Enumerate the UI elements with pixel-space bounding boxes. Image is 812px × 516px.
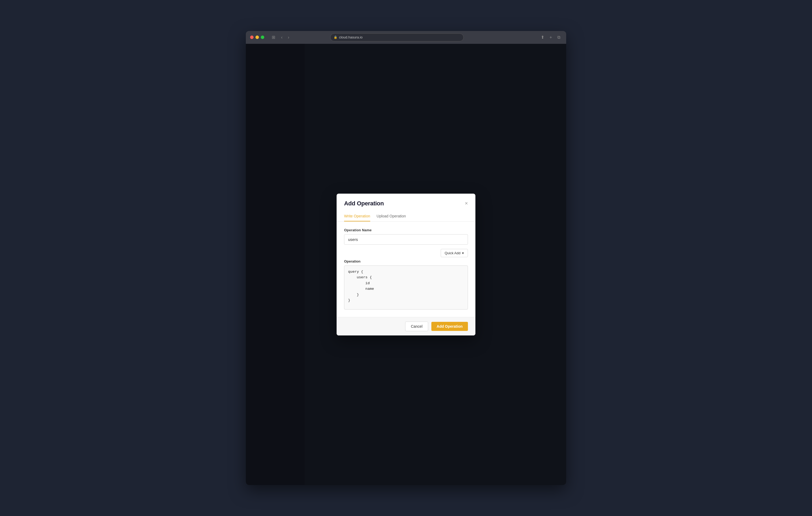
new-tab-button[interactable]: +	[548, 34, 554, 41]
add-operation-modal: Add Operation × Write Operation Upload O…	[337, 194, 475, 335]
share-button[interactable]: ⬆	[539, 34, 546, 41]
close-window-button[interactable]	[250, 35, 254, 39]
address-bar[interactable]: 🔒 cloud.hasura.io	[330, 33, 464, 42]
back-button[interactable]: ‹	[280, 34, 284, 41]
modal-footer: Cancel Add Operation	[337, 317, 475, 335]
browser-content: Add Operation × Write Operation Upload O…	[246, 44, 566, 485]
modal-header: Add Operation ×	[337, 194, 475, 207]
modal-close-button[interactable]: ×	[465, 200, 468, 206]
tab-overview-button[interactable]: ⧉	[556, 34, 562, 41]
minimize-window-button[interactable]	[256, 35, 259, 39]
quick-add-label: Quick Add	[445, 251, 460, 255]
maximize-window-button[interactable]	[261, 35, 264, 39]
operation-label: Operation	[344, 259, 468, 263]
browser-nav-controls: ⊞ ‹ ›	[270, 34, 291, 41]
lock-icon: 🔒	[334, 35, 338, 39]
sidebar-toggle-button[interactable]: ⊞	[270, 34, 277, 41]
chevron-down-icon: ▾	[462, 251, 464, 255]
quick-add-button[interactable]: Quick Add ▾	[441, 249, 468, 257]
quick-add-row: Quick Add ▾	[344, 249, 468, 257]
tab-upload-operation[interactable]: Upload Operation	[377, 211, 406, 221]
browser-window: ⊞ ‹ › 🔒 cloud.hasura.io ⬆ + ⧉ Add Operat…	[246, 31, 566, 485]
cancel-button[interactable]: Cancel	[405, 322, 428, 331]
operation-name-label: Operation Name	[344, 228, 468, 232]
modal-body: Operation Name Quick Add ▾ Operation que…	[337, 222, 475, 317]
url-text: cloud.hasura.io	[339, 35, 362, 39]
modal-title: Add Operation	[344, 200, 384, 207]
forward-button[interactable]: ›	[286, 34, 291, 41]
tab-write-operation[interactable]: Write Operation	[344, 211, 370, 221]
add-operation-button[interactable]: Add Operation	[431, 322, 468, 331]
traffic-lights	[250, 35, 264, 39]
operation-name-input[interactable]	[344, 234, 468, 245]
browser-action-buttons: ⬆ + ⧉	[539, 34, 562, 41]
operation-code-editor[interactable]: query { users { id name } }	[344, 266, 468, 309]
modal-overlay: Add Operation × Write Operation Upload O…	[246, 44, 566, 485]
browser-titlebar: ⊞ ‹ › 🔒 cloud.hasura.io ⬆ + ⧉	[246, 31, 566, 44]
modal-tabs: Write Operation Upload Operation	[337, 211, 475, 222]
